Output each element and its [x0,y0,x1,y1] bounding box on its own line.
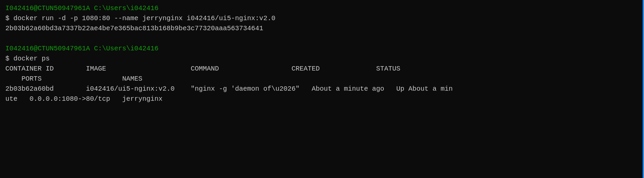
table-data-line1: 2b03b62a60bd i042416/ui5-nginx:v2.0 "ngi… [5,84,639,94]
scrollbar[interactable] [643,0,644,178]
command-block-1: I042416@CTUN50947961A C:\Users\i042416 $… [5,3,639,34]
table-header-line2: PORTS NAMES [5,74,639,84]
table-data-line2: ute 0.0.0.0:1080->80/tcp jerrynginx [5,94,639,104]
command-block-2: I042416@CTUN50947961A C:\Users\i042416 $… [5,44,639,104]
table-header-line1: CONTAINER ID IMAGE COMMAND CREATED STATU… [5,64,639,74]
output-1: 2b03b62a60bd3a7337b22ae4be7e365bac813b16… [5,24,639,34]
terminal-window: I042416@CTUN50947961A C:\Users\i042416 $… [5,3,639,104]
command-2: $ docker ps [5,54,639,64]
prompt-2: I042416@CTUN50947961A C:\Users\i042416 [5,44,639,54]
spacer-1 [5,34,639,44]
prompt-1: I042416@CTUN50947961A C:\Users\i042416 [5,3,639,13]
command-1: $ docker run -d -p 1080:80 --name jerryn… [5,13,639,24]
